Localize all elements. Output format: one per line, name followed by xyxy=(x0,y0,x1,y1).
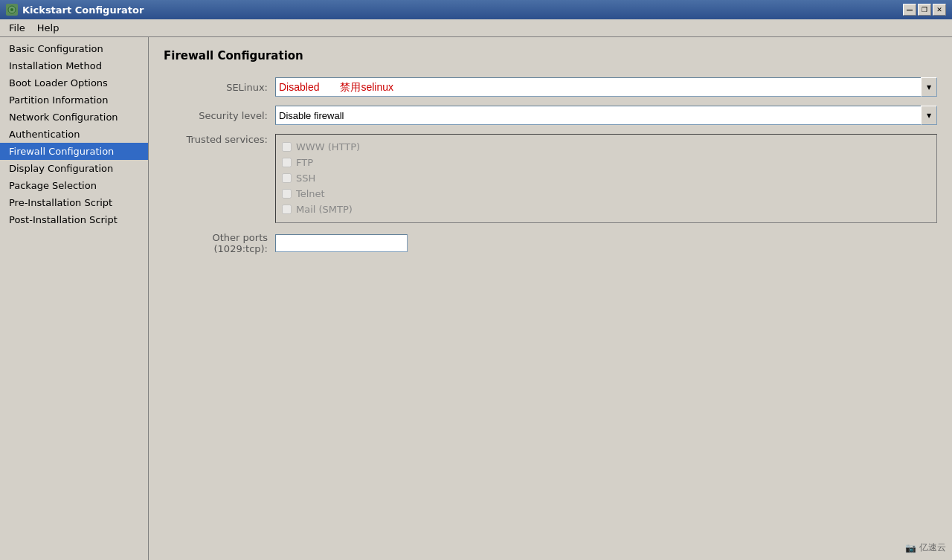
sidebar-item-basic-configuration[interactable]: Basic Configuration xyxy=(0,40,148,57)
checkbox-label-www: WWW (HTTP) xyxy=(296,141,360,152)
titlebar-left: Kickstart Configurator xyxy=(6,4,144,16)
sidebar: Basic Configuration Installation Method … xyxy=(0,37,149,560)
watermark-icon: 📷 xyxy=(905,543,916,553)
other-ports-input[interactable] xyxy=(275,234,408,252)
other-ports-row: Other ports (1029:tcp): xyxy=(164,232,937,254)
watermark-text: 亿速云 xyxy=(919,541,946,554)
sidebar-item-partition-information[interactable]: Partition Information xyxy=(0,91,148,109)
app-icon xyxy=(6,4,18,16)
checkbox-label-ftp: FTP xyxy=(296,157,313,168)
close-button[interactable]: ✕ xyxy=(933,4,946,16)
page-title: Firewall Configuration xyxy=(164,49,937,62)
restore-button[interactable]: ❐ xyxy=(918,4,931,16)
selinux-label: SELinux: xyxy=(164,82,275,93)
checkbox-item-ssh: SSH xyxy=(282,170,930,186)
menu-file[interactable]: File xyxy=(3,21,31,35)
watermark: 📷 亿速云 xyxy=(905,541,946,554)
sidebar-item-boot-loader-options[interactable]: Boot Loader Options xyxy=(0,74,148,91)
menubar: File Help xyxy=(0,19,952,37)
selinux-select-wrapper: Disabled 禁用selinux Enforcing Permissive … xyxy=(275,77,937,97)
checkbox-mail[interactable] xyxy=(282,205,292,214)
menu-help[interactable]: Help xyxy=(31,21,65,35)
trusted-services-box: WWW (HTTP) FTP SSH Telnet Mail (SMTP) xyxy=(275,134,937,223)
checkbox-label-mail: Mail (SMTP) xyxy=(296,204,353,215)
checkbox-item-www: WWW (HTTP) xyxy=(282,139,930,155)
selinux-select[interactable]: Disabled 禁用selinux Enforcing Permissive xyxy=(275,77,937,97)
sidebar-item-display-configuration[interactable]: Display Configuration xyxy=(0,160,148,177)
security-level-label: Security level: xyxy=(164,110,275,121)
checkbox-ftp[interactable] xyxy=(282,158,292,167)
security-level-select-wrapper: Disable firewall Enable firewall ▼ xyxy=(275,106,937,125)
main-content: Basic Configuration Installation Method … xyxy=(0,37,952,560)
trusted-services-label: Trusted services: xyxy=(164,134,275,145)
other-ports-control xyxy=(275,234,937,252)
sidebar-item-package-selection[interactable]: Package Selection xyxy=(0,177,148,194)
checkbox-telnet[interactable] xyxy=(282,189,292,199)
security-level-control: Disable firewall Enable firewall ▼ xyxy=(275,106,937,125)
svg-point-1 xyxy=(10,8,13,11)
checkbox-item-telnet: Telnet xyxy=(282,186,930,202)
sidebar-item-installation-method[interactable]: Installation Method xyxy=(0,57,148,74)
security-level-select[interactable]: Disable firewall Enable firewall xyxy=(275,106,937,125)
selinux-row: SELinux: Disabled 禁用selinux Enforcing Pe… xyxy=(164,77,937,97)
sidebar-item-authentication[interactable]: Authentication xyxy=(0,126,148,143)
checkbox-label-ssh: SSH xyxy=(296,173,315,184)
other-ports-label: Other ports (1029:tcp): xyxy=(164,232,275,254)
content-area: Firewall Configuration SELinux: Disabled… xyxy=(149,37,952,560)
selinux-control: Disabled 禁用selinux Enforcing Permissive … xyxy=(275,77,937,97)
checkbox-label-telnet: Telnet xyxy=(296,188,325,199)
sidebar-item-pre-installation-script[interactable]: Pre-Installation Script xyxy=(0,194,148,211)
sidebar-item-firewall-configuration[interactable]: Firewall Configuration xyxy=(0,143,148,160)
titlebar: Kickstart Configurator — ❐ ✕ xyxy=(0,0,952,19)
titlebar-title: Kickstart Configurator xyxy=(22,4,144,16)
titlebar-controls: — ❐ ✕ xyxy=(903,4,946,16)
checkbox-ssh[interactable] xyxy=(282,173,292,183)
checkbox-item-mail: Mail (SMTP) xyxy=(282,202,930,217)
security-level-row: Security level: Disable firewall Enable … xyxy=(164,106,937,125)
checkbox-www[interactable] xyxy=(282,142,292,152)
sidebar-item-network-configuration[interactable]: Network Configuration xyxy=(0,109,148,126)
checkbox-item-ftp: FTP xyxy=(282,155,930,170)
sidebar-item-post-installation-script[interactable]: Post-Installation Script xyxy=(0,211,148,228)
minimize-button[interactable]: — xyxy=(903,4,916,16)
trusted-services-row: Trusted services: WWW (HTTP) FTP SSH Tel… xyxy=(164,134,937,223)
